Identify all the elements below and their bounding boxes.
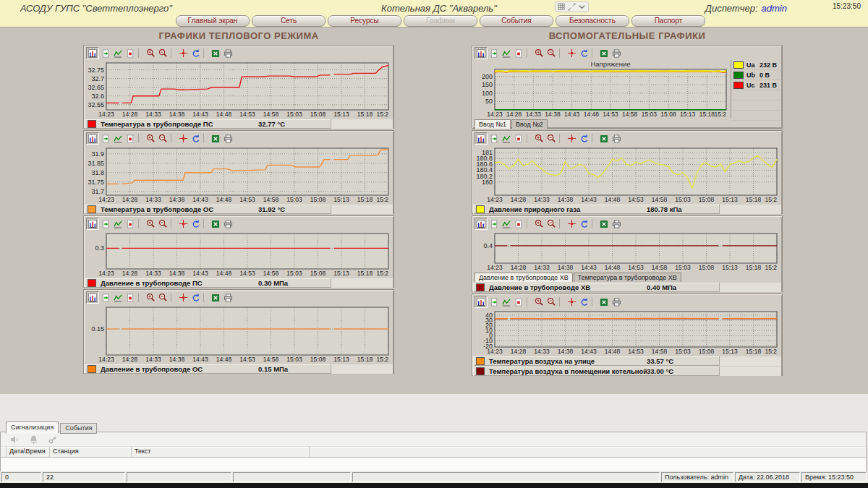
undo-button[interactable] xyxy=(190,292,201,303)
report-button[interactable] xyxy=(513,133,524,144)
chart-plot-voltage[interactable]: 2001501005014:2314:2814:3314:3814:4314:4… xyxy=(473,60,731,119)
chart-plot-cold-water-pressure[interactable]: 0.414:2314:2814:3314:3814:4314:4814:5314… xyxy=(473,231,781,272)
alarm-table-body[interactable] xyxy=(1,458,866,471)
curves-button[interactable] xyxy=(501,296,512,307)
curves-button[interactable] xyxy=(501,218,512,229)
excel-export-button[interactable] xyxy=(598,133,610,144)
acknowledge-button[interactable] xyxy=(48,435,57,445)
zoom-out-button[interactable] xyxy=(545,133,557,144)
nav-button-security[interactable]: Безопасность xyxy=(556,15,629,27)
alarm-tab-alarms[interactable]: Сигнализация xyxy=(6,421,59,434)
undo-button[interactable] xyxy=(578,133,590,144)
zoom-in-button[interactable] xyxy=(533,296,545,307)
grid-icon[interactable] xyxy=(558,3,566,11)
chart-properties-button[interactable] xyxy=(475,218,488,230)
chart-properties-button[interactable] xyxy=(86,218,99,230)
report-button[interactable] xyxy=(513,296,524,307)
mute-speaker-button[interactable] xyxy=(9,435,20,445)
tracker-button[interactable] xyxy=(177,218,189,229)
zoom-in-button[interactable] xyxy=(145,292,156,303)
nav-button-network[interactable]: Сеть xyxy=(252,15,326,27)
zoom-out-button[interactable] xyxy=(157,133,169,144)
curves-button[interactable] xyxy=(112,292,124,303)
zoom-out-button[interactable] xyxy=(157,218,169,229)
chart-properties-button[interactable] xyxy=(86,132,99,145)
refresh-button[interactable] xyxy=(488,218,500,229)
refresh-button[interactable] xyxy=(488,133,500,144)
undo-button[interactable] xyxy=(190,218,201,229)
zoom-out-button[interactable] xyxy=(157,48,169,59)
refresh-button[interactable] xyxy=(488,48,500,59)
report-button[interactable] xyxy=(513,48,524,59)
nav-button-main-screen[interactable]: Главный экран xyxy=(176,15,250,27)
tracker-button[interactable] xyxy=(566,218,577,229)
refresh-button[interactable] xyxy=(100,292,111,303)
tracker-button[interactable] xyxy=(177,133,189,144)
chart-tab-0[interactable]: Давление в трубопроводе ХВ xyxy=(475,273,573,282)
column-header-0[interactable]: Дата\Время xyxy=(7,447,50,458)
refresh-button[interactable] xyxy=(100,133,111,144)
print-button[interactable] xyxy=(222,292,234,303)
chart-plot-gas-pressure[interactable]: 181180.8180.6180.4180.218014:2314:2814:3… xyxy=(473,145,781,204)
zoom-out-button[interactable] xyxy=(157,292,169,303)
excel-export-button[interactable] xyxy=(598,218,610,229)
print-button[interactable] xyxy=(222,48,234,59)
print-button[interactable] xyxy=(222,218,234,229)
chart-tab-0[interactable]: Ввод №1 xyxy=(475,119,511,129)
zoom-in-button[interactable] xyxy=(145,133,156,144)
chart-properties-button[interactable] xyxy=(86,47,99,59)
report-button[interactable] xyxy=(124,218,136,229)
chart-plot-air-temp[interactable]: 403020100-10-2014:2314:2814:3314:3814:43… xyxy=(473,309,781,356)
report-button[interactable] xyxy=(513,218,524,229)
curves-button[interactable] xyxy=(112,218,124,229)
undo-button[interactable] xyxy=(190,48,201,59)
curves-button[interactable] xyxy=(112,133,124,144)
undo-button[interactable] xyxy=(578,218,590,229)
excel-export-button[interactable] xyxy=(210,48,221,59)
tracker-button[interactable] xyxy=(566,48,577,59)
print-button[interactable] xyxy=(610,133,622,144)
refresh-button[interactable] xyxy=(488,296,500,307)
refresh-button[interactable] xyxy=(100,218,111,229)
undo-button[interactable] xyxy=(578,296,590,307)
excel-export-button[interactable] xyxy=(210,133,221,144)
alarm-tab-events[interactable]: События xyxy=(60,423,97,434)
chevron-down-icon[interactable] xyxy=(578,3,586,11)
undo-button[interactable] xyxy=(578,48,590,59)
bell-button[interactable] xyxy=(29,435,38,445)
curves-button[interactable] xyxy=(501,48,512,59)
tracker-button[interactable] xyxy=(177,292,189,303)
chart-tab-1[interactable]: Температура в трубопроводе ХВ xyxy=(574,273,681,282)
chart-properties-button[interactable] xyxy=(475,132,488,145)
chart-properties-button[interactable] xyxy=(86,291,99,304)
zoom-in-button[interactable] xyxy=(533,48,545,59)
curves-button[interactable] xyxy=(501,133,512,144)
tracker-button[interactable] xyxy=(566,133,577,144)
zoom-in-button[interactable] xyxy=(533,133,545,144)
tracker-button[interactable] xyxy=(177,48,189,59)
zoom-out-button[interactable] xyxy=(545,48,557,59)
column-header-2[interactable]: Текст xyxy=(132,447,310,458)
print-button[interactable] xyxy=(222,133,234,144)
tracker-button[interactable] xyxy=(566,296,577,307)
zoom-out-button[interactable] xyxy=(545,218,557,229)
curves-button[interactable] xyxy=(112,48,124,59)
print-button[interactable] xyxy=(610,296,622,307)
print-button[interactable] xyxy=(610,218,622,229)
report-button[interactable] xyxy=(124,48,136,59)
excel-export-button[interactable] xyxy=(598,296,610,307)
chart-plot-return-temp[interactable]: 31.731.7531.831.8531.914:2314:2814:3314:… xyxy=(85,145,393,204)
excel-export-button[interactable] xyxy=(210,292,221,303)
print-button[interactable] xyxy=(610,48,622,59)
excel-export-button[interactable] xyxy=(598,48,610,59)
zoom-in-button[interactable] xyxy=(145,218,156,229)
chart-tab-1[interactable]: Ввод №2 xyxy=(511,119,548,129)
report-button[interactable] xyxy=(124,292,136,303)
nav-button-passport[interactable]: Паспорт xyxy=(631,15,705,27)
zoom-in-button[interactable] xyxy=(533,218,545,229)
refresh-button[interactable] xyxy=(100,48,111,59)
chart-plot-supply-pressure[interactable]: 0.314:2314:2814:3314:3814:4314:4814:5314… xyxy=(85,231,393,278)
excel-export-button[interactable] xyxy=(210,218,221,229)
chart-plot-supply-temp[interactable]: 32.5532.632.6532.732.7514:2314:2814:3314… xyxy=(85,60,393,119)
column-header-1[interactable]: Станция xyxy=(50,447,132,458)
